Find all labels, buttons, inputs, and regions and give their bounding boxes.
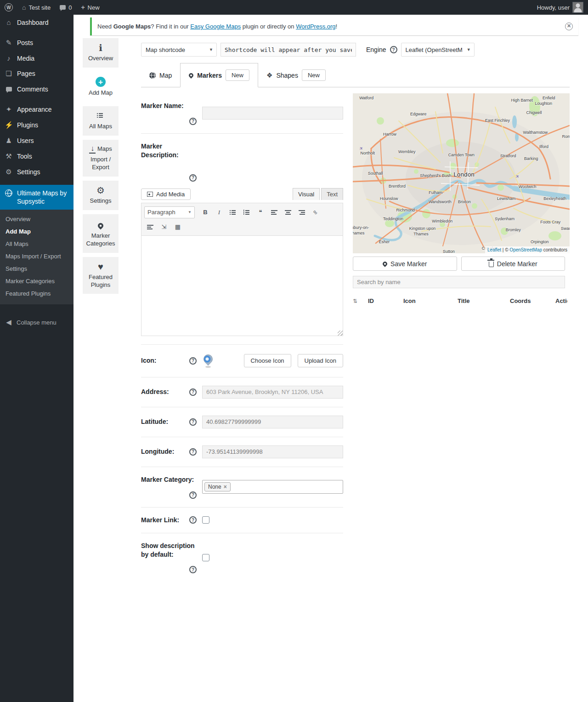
- editor-resize-handle[interactable]: [338, 331, 343, 336]
- new-content-menu[interactable]: + New: [76, 0, 104, 15]
- new-marker-button[interactable]: New: [226, 69, 249, 81]
- delete-marker-button[interactable]: Delete Marker: [461, 257, 565, 271]
- submenu-marker-categories[interactable]: Marker Categories: [0, 275, 74, 287]
- nav-marker-categories[interactable]: Marker Categories: [83, 214, 119, 253]
- description-content-area[interactable]: [141, 236, 343, 336]
- latitude-input[interactable]: [202, 416, 343, 428]
- submenu-settings[interactable]: Settings: [0, 263, 74, 275]
- latitude-help-icon[interactable]: ?: [189, 418, 197, 426]
- show-description-checkbox[interactable]: [202, 554, 209, 561]
- tab-markers[interactable]: Markers New: [180, 63, 258, 87]
- home-icon: ⌂: [22, 4, 26, 11]
- leaflet-map[interactable]: ✈ ✈ WatfordHigh BarnetEnfieldLoughtonChi…: [353, 93, 570, 253]
- marker-name-input[interactable]: [202, 107, 343, 120]
- italic-button[interactable]: I: [213, 207, 225, 218]
- marker-category-help-icon[interactable]: ?: [189, 491, 197, 499]
- save-marker-button[interactable]: Save Marker: [353, 257, 457, 271]
- easy-google-maps-link[interactable]: Easy Google Maps: [190, 23, 241, 30]
- insert-link-button[interactable]: ∞: [310, 207, 322, 218]
- site-name-link[interactable]: ⌂ Test site: [17, 0, 55, 15]
- marker-description-help-icon[interactable]: ?: [189, 174, 197, 182]
- submenu-featured-plugins[interactable]: Featured Plugins: [0, 287, 74, 300]
- sort-icon[interactable]: ⇅: [353, 298, 368, 304]
- align-right-button[interactable]: [296, 207, 308, 218]
- icon-help-icon[interactable]: ?: [189, 357, 197, 365]
- sidebar-item-media[interactable]: ♪ Media: [0, 51, 74, 66]
- sidebar-item-pages[interactable]: ❏ Pages: [0, 66, 74, 81]
- posts-icon: ✎: [5, 39, 13, 47]
- sidebar-item-ultimate-maps[interactable]: Ultimate Maps by Supsystic: [0, 185, 74, 210]
- nav-overview[interactable]: ℹ Overview: [83, 38, 119, 68]
- sidebar-item-plugins[interactable]: ⚡ Plugins: [0, 117, 74, 133]
- show-description-help-icon[interactable]: ?: [189, 566, 197, 573]
- map-place-label: Swanley: [561, 226, 570, 231]
- paragraph-format-select[interactable]: Paragraph ▼: [144, 206, 195, 218]
- sidebar-separator: [0, 97, 74, 102]
- comments-shortcut[interactable]: 0: [55, 0, 76, 15]
- info-icon: ℹ: [85, 43, 117, 52]
- sidebar-item-comments[interactable]: Comments: [0, 81, 74, 97]
- leaflet-link[interactable]: Leaflet: [487, 247, 501, 252]
- nav-add-map[interactable]: + Add Map: [83, 72, 119, 102]
- map-place-label: High Barnet: [511, 98, 533, 103]
- address-help-icon[interactable]: ?: [189, 388, 197, 396]
- sidebar-item-appearance[interactable]: ✦ Appearance: [0, 102, 74, 117]
- sidebar-item-posts[interactable]: ✎ Posts: [0, 35, 74, 51]
- nav-maps-import-export[interactable]: ↓ Maps Import / Export: [83, 140, 119, 177]
- openstreetmap-link[interactable]: OpenStreetMap: [509, 247, 542, 252]
- wordpress-org-link[interactable]: WordPress.org: [296, 23, 335, 30]
- visual-tab[interactable]: Visual: [293, 188, 320, 200]
- nav-featured-plugins[interactable]: ♥ Featured Plugins: [83, 257, 119, 294]
- align-center-button[interactable]: [282, 207, 294, 218]
- tab-map[interactable]: Map: [141, 63, 180, 87]
- sidebar-item-tools[interactable]: ⚒ Tools: [0, 148, 74, 164]
- shortcode-output-field[interactable]: [220, 43, 356, 57]
- shortcode-type-select[interactable]: Map shortcode ▼: [141, 43, 217, 57]
- sidebar-item-label: Appearance: [17, 106, 52, 113]
- blockquote-button[interactable]: ❝: [254, 207, 266, 218]
- my-account-menu[interactable]: Howdy, user: [532, 0, 588, 15]
- submenu-all-maps[interactable]: All Maps: [0, 238, 74, 250]
- remove-category-icon[interactable]: ×: [224, 484, 227, 490]
- bullet-list-button[interactable]: [227, 207, 239, 218]
- keyboard-shortcuts-button[interactable]: ▦: [172, 222, 184, 233]
- bold-button[interactable]: B: [199, 207, 211, 218]
- engine-select[interactable]: Leaflet (OpenStreetMap) ▼: [401, 43, 475, 57]
- sidebar-item-dashboard[interactable]: ⌂ Dashboard: [0, 15, 74, 30]
- fullscreen-button[interactable]: ⇲: [158, 222, 170, 233]
- chevron-down-icon: ▼: [467, 47, 471, 52]
- category-multiselect[interactable]: None ×: [202, 480, 343, 494]
- sidebar-item-settings[interactable]: ⚙ Settings: [0, 164, 74, 180]
- text-tab[interactable]: Text: [321, 188, 343, 200]
- map-place-label: Southall: [368, 171, 383, 176]
- toolbar-toggle-button[interactable]: [144, 222, 156, 233]
- upload-icon-button[interactable]: Upload Icon: [298, 354, 343, 367]
- dismiss-notice-icon[interactable]: ✕: [565, 23, 573, 30]
- engine-help-icon[interactable]: ?: [390, 46, 397, 53]
- map-place-label: Woolwich: [519, 184, 536, 189]
- collapse-menu-button[interactable]: ◀ Collapse menu: [0, 314, 74, 330]
- sidebar-item-users[interactable]: ♟ Users: [0, 133, 74, 148]
- new-shape-button[interactable]: New: [302, 69, 326, 81]
- submenu-overview[interactable]: Overview: [0, 213, 74, 225]
- tab-shapes[interactable]: ❖ Shapes New: [258, 63, 334, 87]
- marker-name-help-icon[interactable]: ?: [189, 118, 197, 125]
- add-media-button[interactable]: Add Media: [141, 188, 191, 200]
- submenu-maps-import-export[interactable]: Maps Import / Export: [0, 250, 74, 263]
- nav-all-maps[interactable]: All Maps: [83, 106, 119, 136]
- marker-link-help-icon[interactable]: ?: [189, 516, 197, 524]
- wordpress-menu[interactable]: W: [0, 0, 17, 15]
- nav-label: Settings: [90, 197, 112, 204]
- longitude-input[interactable]: [202, 445, 343, 458]
- align-left-button[interactable]: [268, 207, 280, 218]
- submenu-add-map[interactable]: Add Map: [0, 225, 74, 238]
- map-place-label: Bexleyheath: [543, 196, 566, 201]
- marker-link-checkbox[interactable]: [202, 516, 209, 524]
- address-input[interactable]: [202, 386, 343, 399]
- choose-icon-button[interactable]: Choose Icon: [244, 354, 291, 367]
- numbered-list-button[interactable]: [241, 207, 253, 218]
- longitude-help-icon[interactable]: ?: [189, 448, 197, 456]
- nav-settings[interactable]: ⚙ Settings: [83, 181, 119, 210]
- marker-search-input[interactable]: [353, 276, 565, 288]
- nav-label: Marker Categories: [86, 232, 115, 247]
